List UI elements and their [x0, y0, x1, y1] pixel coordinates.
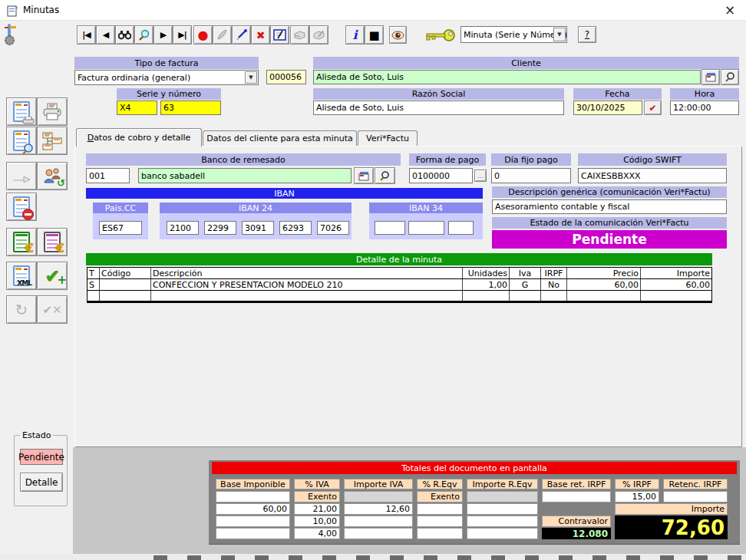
estado-verifactu-label: Estado de la comunicación Veri*Factu	[492, 217, 727, 229]
info-button[interactable]: i	[345, 25, 365, 44]
notepad-icon	[273, 29, 286, 41]
estado-title: Estado	[20, 430, 53, 440]
search-mode-select[interactable]: Minuta (Serie y Número) ▼	[460, 26, 567, 43]
first-record-button[interactable]: |◀	[77, 25, 96, 44]
col-precio: Precio	[567, 268, 641, 278]
rotate-icon: ↻	[15, 301, 28, 319]
cliente-codigo-field[interactable]: 000056	[266, 70, 306, 84]
write-button-disabled	[213, 25, 232, 44]
clients-sync-button[interactable]: ↺	[37, 162, 68, 190]
delete-icon: ✖	[256, 29, 266, 41]
xml-export-button[interactable]: XML	[6, 262, 37, 290]
tab-label: Veri*Factu	[366, 133, 409, 143]
minutas-window: Minutas × |◀ ◀ ▶ ▶| ● ✖ i ■ Minuta (Seri…	[0, 0, 746, 554]
tipo-factura-dropdown-button[interactable]: ▼	[245, 71, 257, 84]
fecha-field[interactable]: 30/10/2025	[573, 100, 642, 115]
report-settings-icon[interactable]	[8, 25, 11, 40]
proforma-euro-button[interactable]: €	[37, 228, 68, 256]
print-document-button[interactable]	[6, 97, 37, 126]
iban34-field-1[interactable]	[375, 221, 405, 235]
cliente-search-button[interactable]	[721, 69, 739, 85]
table-row[interactable]: S CONFECCION Y PRESENTACION MODELO 210 1…	[87, 279, 711, 291]
search-mode-dropdown-button[interactable]: ▼	[553, 28, 566, 41]
totales-col-base: Base Imponible	[216, 479, 290, 489]
banco-card-button[interactable]	[354, 167, 374, 184]
cliente-card-button[interactable]	[701, 69, 720, 85]
sync-icon: ↺	[57, 177, 65, 189]
col-importe: Importe	[641, 268, 711, 278]
descripcion-generica-field[interactable]: Asesoramiento contable y fiscal	[492, 199, 727, 214]
banco-codigo-field[interactable]: 001	[86, 168, 130, 183]
importe-iva-exento-cell	[344, 491, 413, 502]
feather-icon	[216, 29, 228, 41]
numero-field[interactable]: 63	[160, 100, 221, 115]
swift-field[interactable]: CAIXESBBXXX	[578, 168, 727, 183]
iban34-field-3[interactable]	[448, 221, 474, 235]
validate-add-button[interactable]: ✔ +	[37, 262, 68, 290]
hora-label: Hora	[670, 88, 739, 100]
last-record-button[interactable]: ▶|	[173, 25, 192, 44]
preview-document-button[interactable]	[6, 127, 37, 155]
tipo-factura-select[interactable]: Factura ordinaria (general) ▼	[74, 70, 259, 85]
totales-col-pct-irpf: % IRPF	[615, 479, 659, 489]
printer-button[interactable]	[37, 97, 68, 126]
info-icon: i	[352, 28, 357, 42]
serie-numero-label: Serie y número	[117, 88, 221, 100]
banco-search-button[interactable]	[375, 167, 395, 184]
pct-iva-4-cell: 4,00	[294, 528, 340, 539]
estado-verifactu-value: Pendiente	[492, 230, 727, 249]
previous-record-button[interactable]: ◀	[96, 25, 115, 44]
stop-icon: ■	[368, 28, 379, 42]
modify-button[interactable]	[232, 25, 251, 44]
iban24-field-3[interactable]: 3091	[242, 221, 274, 235]
iban24-field-1[interactable]: 2100	[167, 221, 199, 235]
forma-pago-field[interactable]: 0100000	[409, 168, 473, 183]
edit-notes-button[interactable]	[270, 25, 289, 44]
pct-req-4-cell	[417, 528, 463, 539]
totales-col-pct-req: % R.Eqv	[417, 479, 463, 489]
cell-codigo	[100, 279, 151, 290]
book-stack-icon	[293, 30, 306, 41]
watch-button[interactable]	[389, 26, 407, 44]
forma-pago-lookup-button[interactable]: ...	[474, 170, 487, 182]
stop-button[interactable]: ■	[365, 25, 384, 44]
razon-social-field[interactable]: Aliseda de Soto, Luis	[313, 100, 564, 115]
table-empty-row[interactable]	[87, 291, 711, 302]
iban-pais-label: Pais.CC	[93, 203, 148, 213]
tab-datos-cliente[interactable]: Datos del cliente para esta minuta	[203, 130, 357, 146]
invoice-euro-icon: €	[13, 232, 30, 252]
related-documents-button[interactable]	[37, 127, 68, 155]
close-button[interactable]: ×	[720, 1, 740, 19]
block-document-button[interactable]	[6, 193, 37, 221]
background-window-edge	[0, 554, 746, 560]
estado-groupbox: Estado Pendiente Detalle	[14, 435, 68, 506]
serie-field[interactable]: X4	[117, 100, 157, 115]
invoice-euro-button[interactable]: €	[6, 228, 37, 256]
iban24-field-5[interactable]: 7026	[317, 221, 349, 235]
tab-verifactu[interactable]: Veri*Factu	[358, 130, 418, 146]
find-button[interactable]	[115, 25, 134, 44]
iban-title: IBAN	[86, 188, 483, 199]
fecha-calendar-button[interactable]: ✔	[644, 100, 662, 115]
iban-pais-field[interactable]: ES67	[99, 221, 142, 235]
delete-button[interactable]: ✖	[251, 25, 270, 44]
cliente-nombre-field[interactable]: Aliseda de Soto, Luis	[313, 70, 701, 84]
importe-req-exento-cell	[467, 491, 538, 502]
contravalor-value: 12.080	[542, 528, 611, 539]
new-record-button[interactable]: ●	[193, 25, 213, 44]
next-record-button[interactable]: ▶	[153, 25, 173, 44]
iban24-field-2[interactable]: 2299	[204, 221, 236, 235]
detalle-button[interactable]: Detalle	[20, 473, 63, 492]
tab-datos-cobro[interactable]: Datos de cobro y detalle	[76, 128, 202, 147]
cell-iva: G	[510, 279, 541, 290]
hora-field[interactable]: 12:00:00	[670, 100, 739, 115]
dia-fijo-field[interactable]: 0	[491, 168, 571, 183]
iban24-field-4[interactable]: 6293	[279, 221, 312, 235]
help-button[interactable]: ?	[578, 26, 596, 43]
importe-iva-10-cell	[344, 516, 413, 527]
totales-title: Totales del documento en pantalla	[212, 462, 737, 474]
search-button[interactable]	[134, 25, 153, 44]
importe-total-value: 72,60	[615, 516, 728, 539]
banco-nombre-field[interactable]: banco sabadell	[138, 168, 352, 183]
iban34-field-2[interactable]	[408, 221, 444, 235]
